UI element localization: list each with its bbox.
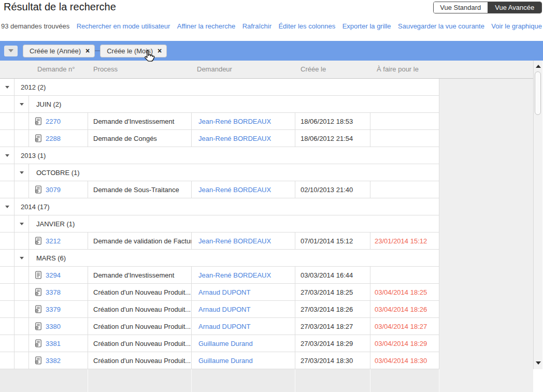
collapse-toggle-icon[interactable] [5, 206, 9, 208]
requester-link[interactable]: Arnaud DUPONT [198, 288, 250, 296]
request-number-link[interactable]: 2270 [46, 118, 61, 125]
table-row[interactable]: 3079Demande de Sous-TraitanceJean-René B… [0, 181, 439, 198]
toolbar-link[interactable]: Sauvegarder la vue courante [398, 22, 484, 30]
request-number-link[interactable]: 3380 [46, 323, 61, 330]
request-number-link[interactable]: 3381 [46, 340, 61, 347]
table-row[interactable]: 2288Demande de CongésJean-René BORDEAUX1… [0, 130, 439, 147]
group-chip[interactable]: Créée le (Année)× [23, 45, 95, 57]
group-row-year: 2012 (2) [0, 79, 439, 96]
footer-cell [88, 369, 192, 392]
created-date: 03/03/2014 16:44 [301, 271, 353, 279]
requester-link[interactable]: Jean-René BORDEAUX [198, 135, 271, 142]
indent-cell [0, 181, 15, 198]
table-row[interactable]: 3294Demande d'InvestissementJean-René BO… [0, 267, 439, 284]
process-cell: Création d'un Nouveau Produit... [88, 352, 192, 369]
group-chip-label: Créée le (Mois) [107, 47, 153, 55]
doc-gear-icon [34, 134, 42, 142]
doc-gear-icon [34, 185, 42, 194]
requester-link[interactable]: Jean-René BORDEAUX [198, 237, 271, 245]
indent-cell [0, 233, 15, 249]
table-row[interactable]: 3212Demande de validation de FactureJean… [0, 233, 439, 250]
requester-cell: Arnaud DUPONT [192, 318, 295, 335]
indent-cell [0, 96, 15, 112]
group-options-button[interactable] [4, 46, 18, 56]
collapse-toggle-icon[interactable] [5, 154, 9, 157]
table-row[interactable]: 3381Création d'un Nouveau Produit...Guil… [0, 335, 439, 352]
created-cell: 27/03/2014 18:30 [295, 352, 370, 369]
requester-link[interactable]: Arnaud DUPONT [198, 306, 250, 313]
indent-cell [15, 335, 29, 352]
collapse-toggle-icon[interactable] [20, 171, 24, 174]
toolbar-link[interactable]: Exporter la grille [342, 22, 391, 30]
scroll-down-button[interactable] [534, 358, 542, 367]
table-row[interactable]: 3378Création d'un Nouveau Produit...Arna… [0, 284, 439, 301]
requester-link[interactable]: Jean-René BORDEAUX [198, 271, 271, 279]
collapse-toggle-icon[interactable] [5, 86, 9, 89]
created-date: 27/03/2014 18:25 [301, 288, 353, 296]
due-cell [370, 267, 439, 283]
doc-gear-icon [34, 305, 42, 313]
created-cell: 27/03/2014 18:25 [295, 284, 370, 300]
request-number-cell: 3380 [29, 318, 88, 335]
requester-link[interactable]: Jean-René BORDEAUX [198, 186, 271, 194]
requester-cell: Jean-René BORDEAUX [192, 233, 295, 249]
column-header[interactable]: Créée le [301, 61, 326, 78]
group-cell: 2014 (17) [15, 198, 439, 215]
request-number-link[interactable]: 3212 [46, 237, 61, 245]
table-row[interactable]: 3382Création d'un Nouveau Produit...Guil… [0, 352, 439, 369]
column-header[interactable]: Process [93, 61, 118, 78]
indent-cell [0, 113, 15, 129]
requester-link[interactable]: Arnaud DUPONT [198, 323, 250, 330]
request-number-link[interactable]: 3382 [46, 357, 61, 365]
table-row[interactable]: 3379Création d'un Nouveau Produit...Arna… [0, 301, 439, 318]
request-number-link[interactable]: 3079 [46, 186, 61, 194]
collapse-toggle-icon[interactable] [20, 103, 24, 106]
expander-cell [15, 215, 29, 232]
due-cell: 03/04/2014 18:25 [370, 284, 439, 300]
request-number-link[interactable]: 2288 [46, 135, 61, 142]
created-date: 27/03/2014 18:30 [301, 357, 353, 365]
toolbar-link[interactable]: Rechercher en mode utilisateur [77, 22, 170, 30]
group-cell: OCTOBRE (1) [29, 164, 439, 181]
group-label: JANVIER (1) [36, 220, 75, 228]
remove-chip-icon[interactable]: × [85, 47, 90, 54]
collapse-toggle-icon[interactable] [20, 223, 24, 225]
requester-link[interactable]: Guillaume Durand [198, 357, 253, 365]
column-header[interactable]: À faire pour le [377, 61, 419, 78]
request-number-link[interactable]: 3294 [46, 271, 61, 279]
indent-cell [0, 318, 15, 335]
indent-cell [0, 335, 15, 352]
requester-link[interactable]: Guillaume Durand [198, 340, 253, 347]
group-cell: 2013 (1) [15, 147, 439, 164]
due-date: 03/04/2014 18:30 [375, 357, 427, 365]
process-label: Création d'un Nouveau Produit... [93, 306, 191, 313]
toolbar-link[interactable]: Voir le graphique [491, 22, 542, 30]
view-toggle-option-standard[interactable]: Vue Standard [434, 2, 488, 13]
group-chip[interactable]: Créée le (Mois)× [100, 45, 167, 57]
request-number-link[interactable]: 3378 [46, 288, 61, 296]
indent-cell [15, 318, 29, 335]
collapse-toggle-icon[interactable] [20, 257, 24, 259]
toolbar-link[interactable]: Éditer les colonnes [278, 22, 335, 30]
toolbar-link[interactable]: Affiner la recherche [177, 22, 236, 30]
process-label: Création d'un Nouveau Produit... [93, 288, 191, 296]
due-cell [370, 181, 439, 198]
process-cell: Demande de validation de Facture [88, 233, 192, 249]
due-date: 03/04/2014 18:25 [375, 288, 427, 296]
due-cell [370, 113, 439, 129]
table-row[interactable]: 2270Demande d'InvestissementJean-René BO… [0, 113, 439, 130]
view-toggle-option-avancee[interactable]: Vue Avancée [488, 2, 542, 13]
table-row[interactable]: 3380Création d'un Nouveau Produit...Arna… [0, 318, 439, 335]
column-header[interactable]: Demandeur [197, 61, 232, 78]
requester-link[interactable]: Jean-René BORDEAUX [198, 118, 271, 125]
due-date: 23/01/2014 15:12 [375, 237, 427, 245]
request-number-link[interactable]: 3379 [46, 306, 61, 313]
vertical-scrollbar[interactable] [533, 61, 542, 369]
arrow-up-icon [536, 65, 541, 68]
column-header[interactable]: Demande n° [37, 61, 75, 78]
scroll-up-button[interactable] [534, 62, 542, 70]
scrollbar-thumb[interactable] [535, 71, 541, 115]
toolbar-link[interactable]: Rafraîchir [242, 22, 272, 30]
expander-cell [15, 164, 29, 181]
remove-chip-icon[interactable]: × [158, 47, 162, 54]
